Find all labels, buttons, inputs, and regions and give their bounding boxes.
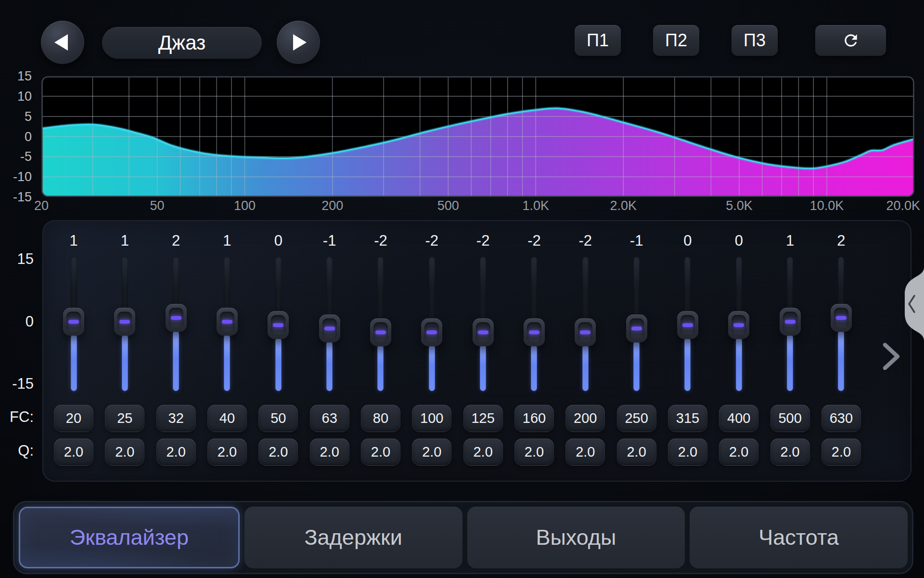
band-fc-button[interactable]: 32: [156, 405, 196, 432]
band-fc-button[interactable]: 500: [770, 405, 810, 432]
gain-slider-fill: [122, 334, 128, 391]
band-q-button[interactable]: 2.0: [207, 438, 247, 466]
gain-slider-fill: [429, 345, 435, 391]
band-gain-value: 2: [156, 233, 196, 249]
band-q-button[interactable]: 2.0: [105, 438, 144, 466]
gain-slider-thumb[interactable]: [63, 308, 84, 336]
tab-эквалайзер[interactable]: Эквалайзер: [19, 507, 240, 568]
memory-preset-1-label: П1: [587, 30, 609, 51]
band-q-button[interactable]: 2.0: [156, 438, 196, 466]
gain-slider-fill: [838, 330, 844, 391]
next-bands-page-button[interactable]: [882, 341, 901, 372]
x-axis-tick-label: 2.0K: [610, 198, 637, 213]
memory-preset-1-button[interactable]: П1: [575, 25, 621, 56]
band-fc-button[interactable]: 200: [565, 405, 605, 432]
band-gain-value: 0: [719, 233, 759, 249]
equalizer-screen: Джаз П1 П2 П3 151050-5: [0, 0, 924, 578]
thumb-grip-icon: [682, 323, 693, 327]
band-q-button[interactable]: 2.0: [668, 438, 707, 466]
band-gain-value: 2: [821, 233, 861, 249]
preset-name[interactable]: Джаз: [102, 27, 262, 59]
band-fc-button[interactable]: 630: [821, 405, 861, 432]
tab-задержки[interactable]: Задержки: [244, 507, 462, 568]
x-axis-tick-label: 20.0K: [886, 198, 920, 213]
y-axis-tick-label: 5: [5, 109, 32, 124]
gain-slider-fill: [173, 330, 179, 391]
left-arrow-icon: [54, 34, 68, 51]
gain-slider-thumb[interactable]: [473, 318, 494, 346]
gain-slider-thumb[interactable]: [217, 308, 238, 336]
gain-slider-thumb[interactable]: [114, 308, 135, 336]
band-q-button[interactable]: 2.0: [565, 438, 605, 466]
band-fc-button[interactable]: 100: [412, 405, 451, 432]
gain-slider-thumb[interactable]: [780, 308, 801, 336]
band-fc-button[interactable]: 315: [668, 405, 707, 432]
gain-slider-thumb[interactable]: [626, 315, 647, 342]
band-gain-value: -2: [411, 233, 452, 249]
tab-частота[interactable]: Частота: [690, 507, 908, 568]
band-gain-value: -2: [565, 233, 605, 249]
gain-scale-max-label: 15: [3, 251, 34, 267]
band-q-button[interactable]: 2.0: [412, 438, 451, 466]
band-q-button[interactable]: 2.0: [310, 438, 349, 466]
band-gain-value: 0: [667, 233, 708, 249]
gain-slider-fill: [736, 338, 742, 391]
memory-preset-3-button[interactable]: П3: [732, 25, 778, 56]
band-fc-button[interactable]: 80: [361, 405, 400, 432]
gain-slider-thumb[interactable]: [728, 311, 749, 339]
x-axis-tick-label: 200: [321, 198, 343, 213]
band-gain-value: -2: [360, 233, 401, 249]
side-drawer-handle[interactable]: [896, 268, 924, 340]
band-fc-button[interactable]: 25: [105, 405, 144, 432]
band-q-button[interactable]: 2.0: [258, 438, 298, 466]
previous-preset-button[interactable]: [41, 21, 84, 64]
band-fc-button[interactable]: 40: [207, 405, 247, 432]
bottom-tab-bar: ЭквалайзерЗадержкиВыходыЧастота: [13, 501, 913, 574]
gain-slider-thumb[interactable]: [319, 315, 340, 342]
gain-slider-thumb[interactable]: [831, 304, 852, 332]
reset-button[interactable]: [815, 25, 886, 56]
gain-slider-thumb[interactable]: [524, 318, 545, 346]
band-gain-value: 1: [53, 233, 94, 249]
band-fc-button[interactable]: 63: [310, 405, 349, 432]
band-gain-value: 0: [258, 233, 298, 249]
gain-slider-fill: [633, 341, 640, 391]
x-axis-tick-label: 100: [234, 198, 256, 213]
gain-slider-fill: [787, 334, 793, 391]
band-q-button[interactable]: 2.0: [514, 438, 554, 466]
band-q-button[interactable]: 2.0: [719, 438, 758, 466]
gain-slider-thumb[interactable]: [421, 318, 442, 346]
band-fc-button[interactable]: 250: [617, 405, 656, 432]
band-fc-button[interactable]: 160: [514, 405, 554, 432]
next-preset-button[interactable]: [277, 21, 320, 64]
thumb-grip-icon: [733, 323, 744, 327]
thumb-grip-icon: [375, 330, 386, 334]
y-axis-tick-label: -15: [5, 189, 32, 205]
band-q-button[interactable]: 2.0: [617, 438, 656, 466]
y-axis-tick-label: 15: [5, 68, 32, 84]
band-fc-button[interactable]: 50: [258, 405, 298, 432]
gain-slider-thumb[interactable]: [677, 311, 698, 339]
gain-slider-thumb[interactable]: [370, 318, 391, 346]
gain-scale-zero-label: 0: [3, 314, 34, 329]
band-q-button[interactable]: 2.0: [54, 438, 93, 466]
band-fc-button[interactable]: 20: [54, 405, 93, 432]
band-fc-button[interactable]: 125: [463, 405, 503, 432]
y-axis-tick-label: -5: [5, 149, 32, 164]
gain-slider-fill: [531, 345, 537, 391]
gain-slider-fill: [377, 345, 384, 391]
gain-slider-thumb[interactable]: [575, 318, 596, 346]
band-q-button[interactable]: 2.0: [821, 438, 861, 466]
band-q-button[interactable]: 2.0: [463, 438, 503, 466]
memory-preset-2-button[interactable]: П2: [653, 25, 699, 56]
gain-scale-min-label: -15: [3, 376, 34, 392]
band-gain-value: 1: [104, 233, 145, 249]
band-q-button[interactable]: 2.0: [361, 438, 400, 466]
thumb-grip-icon: [478, 330, 488, 334]
tab-выходы[interactable]: Выходы: [467, 507, 685, 568]
gain-slider-thumb[interactable]: [268, 311, 289, 339]
gain-slider-thumb[interactable]: [166, 304, 187, 332]
band-gain-value: -2: [514, 233, 554, 249]
band-q-button[interactable]: 2.0: [770, 438, 810, 466]
band-fc-button[interactable]: 400: [719, 405, 758, 432]
